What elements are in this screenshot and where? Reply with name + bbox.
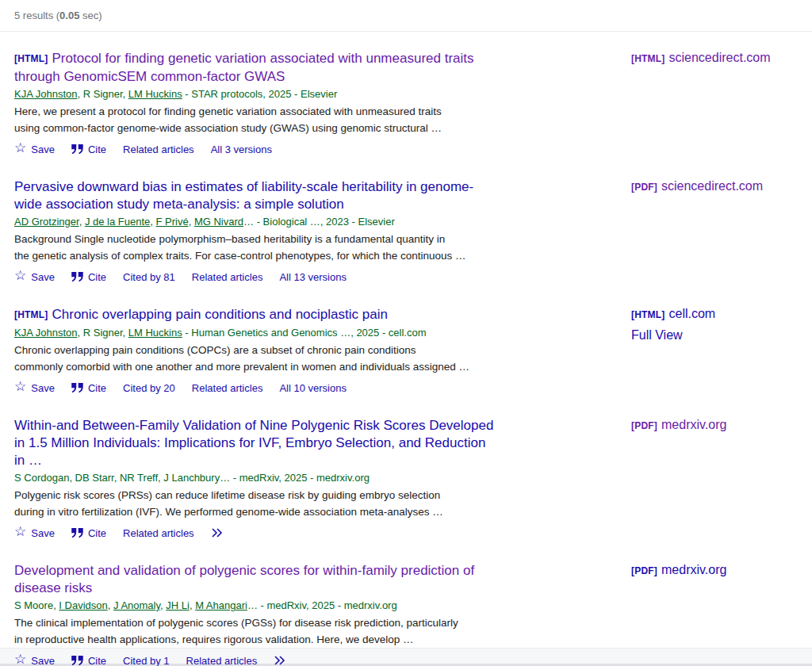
related-articles-link[interactable]: Related articles — [186, 655, 258, 666]
author-link[interactable]: J de la Fuente — [85, 216, 150, 228]
author-link[interactable]: MG Nivard — [194, 216, 243, 228]
cite-button[interactable]: Cite — [71, 655, 106, 666]
author-link[interactable]: LM Huckins — [128, 327, 182, 339]
double-chevron-icon — [211, 528, 223, 538]
more-link[interactable] — [211, 528, 223, 538]
related-articles-link[interactable]: Related articles — [123, 144, 194, 155]
result-byline: KJA Johnston, R Signer, LM Huckins - STA… — [14, 87, 569, 101]
fulltext-side-link[interactable]: [PDF]medrxiv.org — [631, 417, 726, 434]
search-result: Development and validation of polygenic … — [14, 562, 812, 666]
more-link[interactable] — [274, 656, 285, 665]
related-articles-link[interactable]: Related articles — [192, 382, 263, 394]
author-link[interactable]: J Anomaly — [113, 599, 160, 611]
star-icon: ☆ — [14, 654, 26, 665]
result-actions: ☆Save Cite Related articles — [14, 526, 812, 540]
author-link[interactable]: LM Huckins — [128, 88, 182, 100]
side-domain: sciencedirect.com — [661, 179, 763, 193]
side-domain: sciencedirect.com — [669, 51, 771, 64]
filetype-tag: [HTML] — [631, 53, 665, 64]
search-result: Within-and Between-Family Validation of … — [14, 417, 812, 540]
versions-link[interactable]: All 10 versions — [279, 382, 347, 394]
cite-button[interactable]: Cite — [71, 527, 106, 539]
cite-button[interactable]: Cite — [71, 382, 106, 394]
author-link[interactable]: JH Li — [166, 599, 190, 611]
fulltext-side-link[interactable]: [PDF]medrxiv.org — [631, 562, 726, 579]
cited-by-link[interactable]: Cited by 81 — [123, 271, 175, 283]
result-byline: KJA Johnston, R Signer, LM Huckins - Hum… — [14, 326, 569, 340]
cite-quote-icon — [71, 272, 83, 282]
save-button[interactable]: ☆Save — [14, 382, 55, 394]
side-domain: medrxiv.org — [661, 563, 726, 576]
result-title-link[interactable]: [HTML]Chronic overlapping pain condition… — [14, 306, 569, 324]
result-snippet: Background Single nucleotide polymorphis… — [14, 231, 569, 264]
results-count: 5 results (0.05 sec) — [14, 10, 102, 21]
double-chevron-icon — [274, 656, 285, 665]
author-link[interactable]: KJA Johnston — [14, 327, 78, 339]
result-byline: AD Grotzinger, J de la Fuente, F Privé, … — [14, 215, 569, 229]
filetype-tag: [HTML] — [14, 53, 48, 64]
save-button[interactable]: ☆Save — [14, 271, 55, 283]
filetype-tag: [PDF] — [631, 420, 657, 431]
author-link[interactable]: M Ahangari — [195, 599, 247, 611]
cite-button[interactable]: Cite — [71, 271, 106, 283]
result-snippet: Chronic overlapping pain conditions (COP… — [14, 342, 569, 375]
star-icon: ☆ — [14, 270, 26, 281]
author-link[interactable]: AD Grotzinger — [14, 216, 79, 228]
cite-button[interactable]: Cite — [71, 144, 106, 155]
fulltext-side-link[interactable]: [HTML]sciencedirect.com — [631, 50, 771, 67]
cite-quote-icon — [71, 383, 83, 393]
search-result: [HTML]Protocol for finding genetic varia… — [14, 50, 812, 156]
save-button[interactable]: ☆Save — [14, 144, 55, 155]
star-icon: ☆ — [14, 381, 26, 392]
result-title-link[interactable]: Within-and Between-Family Validation of … — [14, 417, 569, 469]
side-domain: cell.com — [669, 307, 716, 320]
result-byline: S Cordogan, DB Starr, NR Treff, J Lanchb… — [14, 471, 569, 485]
result-title-link[interactable]: [HTML]Protocol for finding genetic varia… — [14, 50, 569, 86]
author-link[interactable]: I Davidson — [59, 599, 107, 611]
filetype-tag: [PDF] — [631, 182, 657, 193]
cite-quote-icon — [71, 528, 83, 538]
result-title-link[interactable]: Pervasive downward bias in estimates of … — [14, 178, 569, 213]
star-icon: ☆ — [14, 526, 26, 538]
related-articles-link[interactable]: Related articles — [123, 527, 194, 539]
result-snippet: The clinical implementation of polygenic… — [14, 614, 569, 648]
result-snippet: Polygenic risk scores (PRSs) can reduce … — [14, 487, 569, 520]
filetype-tag: [PDF] — [631, 565, 657, 576]
save-button[interactable]: ☆Save — [14, 655, 55, 666]
cite-quote-icon — [71, 144, 83, 155]
search-result: [HTML]Chronic overlapping pain condition… — [14, 306, 812, 395]
cited-by-link[interactable]: Cited by 1 — [123, 655, 170, 666]
versions-link[interactable]: All 3 versions — [211, 144, 272, 155]
result-actions: ☆Save Cite Cited by 81 Related articles … — [14, 270, 812, 284]
full-view-link[interactable]: Full View — [631, 328, 683, 343]
side-domain: medrxiv.org — [661, 418, 726, 431]
save-button[interactable]: ☆Save — [14, 527, 55, 539]
fulltext-side-link[interactable]: [HTML]cell.com — [631, 306, 715, 323]
result-title-link[interactable]: Development and validation of polygenic … — [14, 562, 569, 597]
author-link[interactable]: KJA Johnston — [14, 88, 78, 100]
filetype-tag: [HTML] — [631, 309, 665, 320]
author-link[interactable]: F Privé — [156, 216, 189, 228]
star-icon: ☆ — [14, 143, 26, 154]
cite-quote-icon — [71, 656, 83, 666]
result-byline: S Moore, I Davidson, J Anomaly, JH Li, M… — [14, 599, 569, 613]
cited-by-link[interactable]: Cited by 20 — [123, 382, 175, 394]
fulltext-side-link[interactable]: [PDF]sciencedirect.com — [631, 178, 763, 195]
search-result: Pervasive downward bias in estimates of … — [14, 178, 812, 284]
result-actions: ☆Save Cite Related articles All 3 versio… — [14, 142, 812, 156]
related-articles-link[interactable]: Related articles — [192, 271, 263, 283]
result-snippet: Here, we present a protocol for finding … — [14, 103, 569, 136]
result-actions: ☆Save Cite Cited by 1 Related articles — [14, 653, 812, 666]
search-results-list: [HTML]Protocol for finding genetic varia… — [0, 32, 812, 666]
filetype-tag: [HTML] — [14, 309, 48, 320]
results-summary-bar: 5 results (0.05 sec) — [0, 0, 812, 32]
result-actions: ☆Save Cite Cited by 20 Related articles … — [14, 381, 812, 395]
versions-link[interactable]: All 13 versions — [279, 271, 347, 283]
